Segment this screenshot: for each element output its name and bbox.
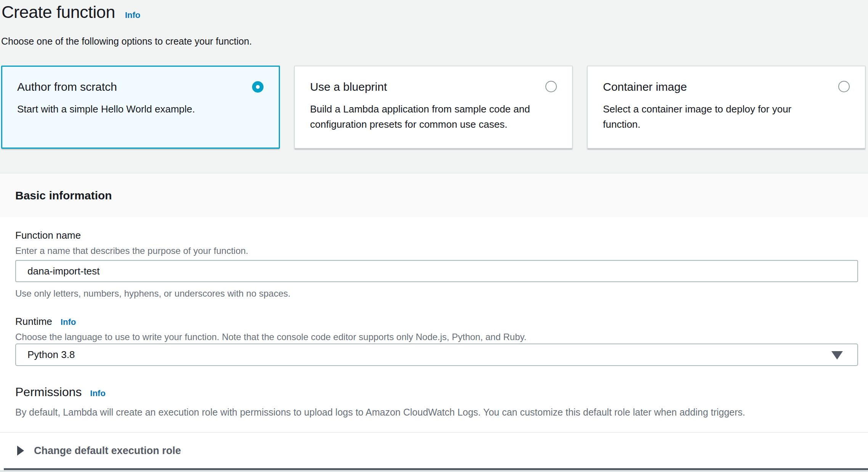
function-name-input[interactable] xyxy=(15,260,858,282)
permissions-heading: Permissions xyxy=(15,385,82,399)
chevron-down-icon xyxy=(831,351,843,360)
page-subtitle: Choose one of the following options to c… xyxy=(1,36,252,47)
function-name-description: Enter a name that describes the purpose … xyxy=(15,246,248,256)
basic-information-header: Basic information xyxy=(0,173,868,217)
runtime-label-row: Runtime Info xyxy=(15,316,76,328)
runtime-selected-option: Python 3.8 xyxy=(27,349,75,361)
runtime-select[interactable]: Python 3.8 xyxy=(15,344,858,366)
basic-information-heading: Basic information xyxy=(15,189,112,202)
card-description: Start with a simple Hello World example. xyxy=(17,101,264,117)
runtime-description: Choose the language to use to write your… xyxy=(15,332,526,342)
function-name-constraint: Use only letters, numbers, hyphens, or u… xyxy=(15,288,291,299)
card-description: Build a Lambda application from sample c… xyxy=(310,101,557,132)
card-author-from-scratch[interactable]: Author from scratch Start with a simple … xyxy=(1,66,280,149)
page-title-info-link[interactable]: Info xyxy=(125,10,140,20)
card-container-image[interactable]: Container image Select a container image… xyxy=(587,66,866,149)
radio-unchecked-icon[interactable] xyxy=(545,81,557,92)
section-divider xyxy=(0,432,868,433)
card-use-a-blueprint[interactable]: Use a blueprint Build a Lambda applicati… xyxy=(294,66,573,149)
bottom-edge-strip xyxy=(0,470,868,472)
function-name-label: Function name xyxy=(15,230,81,241)
runtime-info-link[interactable]: Info xyxy=(61,317,76,327)
page-title: Create function xyxy=(2,0,115,24)
create-function-page: Create function Info Choose one of the f… xyxy=(0,0,868,472)
card-description: Select a container image to deploy for y… xyxy=(603,101,850,132)
caret-right-icon xyxy=(17,446,24,456)
creation-option-cards: Author from scratch Start with a simple … xyxy=(1,66,866,149)
page-header: Create function Info xyxy=(2,0,140,24)
permissions-info-link[interactable]: Info xyxy=(90,389,105,398)
runtime-label: Runtime xyxy=(15,316,52,328)
change-default-execution-role-expander[interactable]: Change default execution role xyxy=(17,443,181,458)
expander-label: Change default execution role xyxy=(34,443,181,458)
radio-unchecked-icon[interactable] xyxy=(838,81,850,92)
radio-checked-icon[interactable] xyxy=(252,81,264,93)
card-title: Use a blueprint xyxy=(310,80,557,94)
permissions-header: Permissions Info xyxy=(15,385,106,399)
card-title: Author from scratch xyxy=(17,80,264,94)
basic-information-panel: Function name Enter a name that describe… xyxy=(0,217,868,472)
card-title: Container image xyxy=(603,80,850,94)
permissions-description: By default, Lambda will create an execut… xyxy=(15,407,745,418)
